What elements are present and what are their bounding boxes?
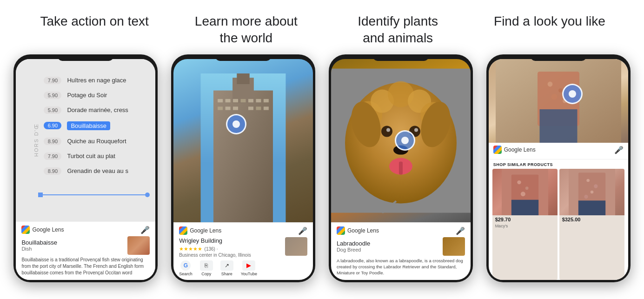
- svg-rect-9: [256, 99, 261, 102]
- menu-item-4-selected: 6.90 Bouillabaisse: [44, 118, 146, 134]
- svg-point-52: [584, 195, 588, 199]
- phone1-result-title: Bouillabaisse: [21, 239, 57, 246]
- mic-icon-2[interactable]: 🎤: [298, 226, 307, 235]
- phone2-frame: Google Lens 🎤 Wrigley Building ★★★★★ (13…: [171, 54, 315, 282]
- svg-rect-6: [233, 99, 238, 102]
- svg-point-51: [590, 190, 593, 193]
- svg-rect-10: [264, 99, 269, 102]
- phone3-dog-image: [331, 59, 471, 222]
- wrigley-rating-count: (136) ·: [205, 246, 218, 252]
- action-btn-share[interactable]: ↗ Share: [220, 260, 233, 276]
- svg-point-43: [517, 180, 521, 184]
- svg-rect-4: [218, 99, 223, 102]
- fashion-item-2-price: $325.00: [559, 215, 624, 224]
- scan-circle-inner-4: [569, 90, 576, 98]
- shop-similar-label: SHOP SIMILAR PRODUCTS: [489, 159, 628, 169]
- phone3-lens-bar-top: Google Lens 🎤: [337, 226, 465, 235]
- copy-icon: ⎘: [200, 260, 213, 271]
- svg-point-45: [520, 192, 525, 196]
- wrigley-info: Wrigley Building ★★★★★ (136) · Business …: [179, 237, 281, 258]
- selection-dot-l: [38, 193, 43, 197]
- phone1-result-row: Bouillabaisse Dish: [21, 236, 150, 255]
- wrigley-result: Wrigley Building ★★★★★ (136) · Business …: [179, 237, 307, 258]
- fashion-item-2[interactable]: $325.00: [559, 169, 624, 280]
- wrigley-stars: ★★★★★: [179, 246, 202, 252]
- phone1-result-img: [127, 236, 150, 255]
- svg-rect-15: [256, 106, 261, 110]
- phone2-lens-bar-top: Google Lens 🎤: [179, 226, 307, 235]
- phone3-result-img: [443, 237, 465, 256]
- mic-icon-3[interactable]: 🎤: [456, 226, 465, 235]
- menu-item-3: 5.90 Dorade marinée, cress: [44, 103, 146, 118]
- mic-icon-4[interactable]: 🎤: [614, 146, 624, 154]
- svg-point-27: [414, 128, 418, 132]
- google-lens-logo-3: Google Lens: [337, 226, 379, 235]
- phone2-building-image: [173, 59, 313, 222]
- menu-item-7: 8.90 Grenadin de veau au s: [44, 164, 146, 179]
- mic-icon-1[interactable]: 🎤: [140, 226, 150, 234]
- phone1-result-info: Bouillabaisse Dish: [21, 239, 57, 252]
- action-btn-copy[interactable]: ⎘ Copy: [200, 260, 213, 276]
- svg-rect-46: [511, 199, 538, 215]
- phones-row: Hors D'œ 7.90 Huîtres en nage glace 5.90…: [0, 54, 644, 299]
- action-btn-youtube[interactable]: ▶ YouTube: [241, 260, 257, 276]
- phone1-title: Take action on text: [22, 13, 166, 47]
- wrigley-stars-row: ★★★★★ (136) ·: [179, 244, 281, 252]
- phone1-lens-bar-top: Google Lens 🎤: [21, 226, 150, 234]
- svg-rect-53: [578, 200, 605, 215]
- phone3-description: A labradoodle, also known as a labrapood…: [337, 258, 465, 276]
- phone3-result-title: Labradoodle: [337, 240, 370, 247]
- svg-point-44: [525, 186, 528, 190]
- action-buttons: G Search ⎘ Copy ↗ Share ▶: [179, 260, 307, 276]
- google-lens-logo-1: Google Lens: [21, 226, 64, 234]
- phone1-frame: Hors D'œ 7.90 Huîtres en nage glace 5.90…: [13, 54, 158, 282]
- phone2-scan-circle: [226, 114, 246, 134]
- svg-rect-5: [226, 99, 231, 102]
- phone1-screen: Hors D'œ 7.90 Huîtres en nage glace 5.90…: [16, 59, 155, 280]
- phone2-screen: Google Lens 🎤 Wrigley Building ★★★★★ (13…: [173, 59, 313, 280]
- fashion-item-1[interactable]: $29.70 Macy's: [492, 169, 558, 280]
- svg-point-24: [381, 126, 392, 137]
- action-btn-search[interactable]: G Search: [179, 260, 193, 276]
- svg-point-50: [594, 184, 598, 188]
- phone3-frame: Google Lens 🎤 Labradoodle Dog Breed A la…: [329, 54, 473, 282]
- phone1-description: Bouillabaisse is a traditional Provençal…: [21, 257, 150, 276]
- share-icon: ↗: [220, 260, 233, 271]
- phone4-screen: Google Lens 🎤 SHOP SIMILAR PRODUCTS: [489, 59, 628, 280]
- svg-point-49: [586, 179, 590, 182]
- phone4-title: Find a look you like: [478, 13, 622, 47]
- google-g-icon: G: [180, 260, 191, 271]
- youtube-icon: ▶: [242, 260, 255, 271]
- phone4-lens-bar: Google Lens 🎤: [489, 143, 628, 159]
- phone3-result-info: Labradoodle Dog Breed: [337, 240, 370, 252]
- wrigley-img: [285, 237, 307, 256]
- selection-underline: [40, 194, 148, 195]
- phone2-container: Google Lens 🎤 Wrigley Building ★★★★★ (13…: [171, 54, 315, 282]
- phone4-scan-circle: [562, 84, 583, 104]
- header: Take action on text Learn more aboutthe …: [0, 0, 644, 54]
- scan-circle-inner-2: [232, 120, 240, 128]
- menu-item-1: 7.90 Huîtres en nage glace: [44, 73, 146, 88]
- phone4-container: Google Lens 🎤 SHOP SIMILAR PRODUCTS: [486, 54, 631, 282]
- phone1-side-text: Hors D'œ: [33, 123, 39, 157]
- phone3-title: Identify plantsand animals: [326, 13, 470, 47]
- lens-icon-3: [337, 226, 345, 235]
- svg-point-38: [551, 93, 557, 100]
- svg-rect-16: [264, 106, 269, 110]
- selection-dot-r: [145, 193, 150, 197]
- phone2-lens-bar: Google Lens 🎤 Wrigley Building ★★★★★ (13…: [173, 222, 313, 280]
- phone3-screen: Google Lens 🎤 Labradoodle Dog Breed A la…: [331, 59, 471, 280]
- svg-rect-12: [226, 106, 231, 110]
- phone4-fashion-image: [489, 59, 628, 143]
- svg-rect-30: [399, 161, 403, 174]
- svg-rect-13: [233, 106, 238, 110]
- phone1-container: Hors D'œ 7.90 Huîtres en nage glace 5.90…: [13, 54, 158, 282]
- svg-rect-14: [248, 106, 253, 110]
- fashion-item-2-img: [559, 169, 624, 215]
- phone1-lens-bar: Google Lens 🎤 Bouillabaisse Dish Bouilla…: [16, 221, 155, 280]
- svg-rect-1: [213, 90, 273, 222]
- lens-icon-1: [21, 226, 30, 234]
- fashion-item-2-svg: [559, 169, 624, 215]
- svg-rect-8: [248, 99, 253, 102]
- phone3-result-row: Labradoodle Dog Breed: [337, 237, 465, 256]
